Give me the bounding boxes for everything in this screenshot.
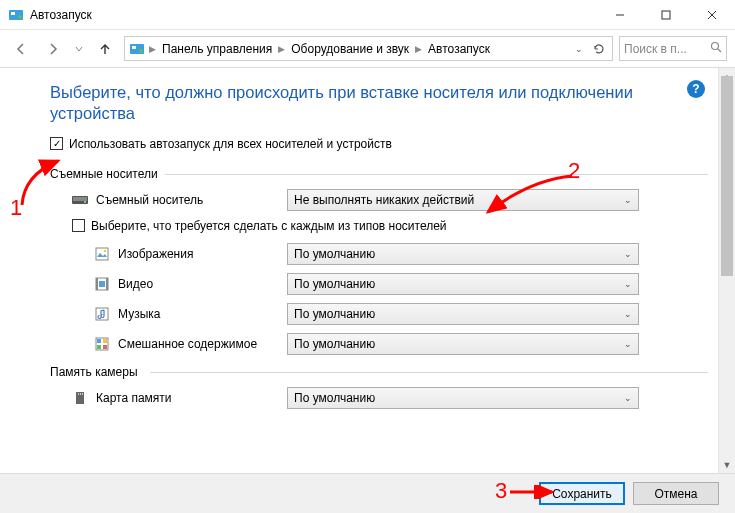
combo-value: По умолчанию (294, 337, 375, 351)
svg-rect-23 (97, 339, 101, 343)
footer: Сохранить Отмена (0, 473, 735, 513)
svg-rect-26 (103, 345, 107, 349)
svg-rect-13 (73, 197, 87, 201)
svg-rect-1 (11, 12, 15, 15)
search-icon (710, 41, 722, 56)
vertical-scrollbar[interactable]: ▲ ▼ (718, 68, 735, 473)
media-type-label: Музыка (118, 307, 160, 321)
navbar: ▶ Панель управления ▶ Оборудование и зву… (0, 30, 735, 68)
memory-card-label: Карта памяти (96, 391, 172, 405)
combo-value: По умолчанию (294, 391, 375, 405)
nav-up-button[interactable] (92, 36, 118, 62)
search-placeholder: Поиск в п... (624, 42, 687, 56)
breadcrumb[interactable]: Оборудование и звук (289, 42, 411, 56)
chevron-down-icon: ⌄ (624, 249, 632, 259)
content-pane: Выберите, что должно происходить при вст… (0, 68, 718, 473)
address-dropdown-button[interactable]: ⌄ (570, 40, 588, 58)
control-panel-icon (129, 41, 145, 57)
nav-forward-button[interactable] (40, 36, 66, 62)
removable-media-legend: Съемные носители (50, 167, 698, 181)
page-title: Выберите, что должно происходить при вст… (50, 82, 670, 125)
camera-storage-legend: Память камеры (50, 365, 698, 379)
maximize-button[interactable] (643, 0, 689, 30)
window-title: Автозапуск (30, 8, 92, 22)
svg-rect-18 (96, 278, 98, 290)
svg-point-9 (139, 49, 143, 53)
video-icon (94, 276, 110, 292)
removable-drive-combo[interactable]: Не выполнять никаких действий ⌄ (287, 189, 639, 211)
music-icon (94, 306, 110, 322)
svg-rect-24 (103, 339, 107, 343)
chevron-down-icon: ⌄ (624, 309, 632, 319)
media-type-label: Смешанное содержимое (118, 337, 257, 351)
nav-back-button[interactable] (8, 36, 34, 62)
refresh-button[interactable] (590, 40, 608, 58)
svg-point-14 (84, 201, 86, 203)
combo-value: По умолчанию (294, 307, 375, 321)
svg-line-11 (718, 49, 721, 52)
music-combo[interactable]: По умолчанию ⌄ (287, 303, 639, 325)
removable-drive-label: Съемный носитель (96, 193, 203, 207)
media-type-label: Изображения (118, 247, 193, 261)
breadcrumb[interactable]: Автозапуск (426, 42, 492, 56)
svg-rect-20 (99, 281, 105, 287)
autoplay-all-checkbox[interactable]: ✓ (50, 137, 63, 150)
help-icon[interactable]: ? (687, 80, 705, 98)
removable-drive-icon (72, 192, 88, 208)
per-type-label: Выберите, что требуется сделать с каждым… (91, 219, 447, 233)
svg-rect-15 (96, 248, 108, 260)
memory-card-combo[interactable]: По умолчанию ⌄ (287, 387, 639, 409)
app-icon (8, 7, 24, 23)
combo-value: По умолчанию (294, 247, 375, 261)
svg-point-10 (712, 43, 719, 50)
chevron-down-icon: ⌄ (624, 195, 632, 205)
video-combo[interactable]: По умолчанию ⌄ (287, 273, 639, 295)
annotation-arrow-2 (480, 170, 580, 220)
breadcrumb[interactable]: Панель управления (160, 42, 274, 56)
svg-rect-29 (82, 393, 83, 395)
scrollbar-thumb[interactable] (721, 76, 733, 276)
svg-rect-28 (80, 393, 81, 395)
svg-rect-4 (662, 11, 670, 19)
titlebar: Автозапуск (0, 0, 735, 30)
autoplay-all-label: Использовать автозапуск для всех носител… (69, 137, 392, 151)
chevron-down-icon: ⌄ (624, 393, 632, 403)
annotation-arrow-1 (18, 155, 66, 210)
media-type-label: Видео (118, 277, 153, 291)
mixed-icon (94, 336, 110, 352)
address-bar[interactable]: ▶ Панель управления ▶ Оборудование и зву… (124, 36, 613, 61)
annotation-3: 3 (495, 478, 507, 504)
combo-value: Не выполнять никаких действий (294, 193, 474, 207)
sdcard-icon (72, 390, 88, 406)
svg-rect-19 (106, 278, 108, 290)
chevron-down-icon: ⌄ (624, 339, 632, 349)
minimize-button[interactable] (597, 0, 643, 30)
scroll-down-icon[interactable]: ▼ (719, 456, 735, 473)
chevron-down-icon: ⌄ (624, 279, 632, 289)
svg-rect-8 (132, 46, 136, 49)
cancel-button[interactable]: Отмена (633, 482, 719, 505)
svg-rect-27 (78, 393, 79, 395)
svg-point-2 (18, 15, 22, 19)
per-type-checkbox[interactable] (72, 219, 85, 232)
chevron-right-icon: ▶ (149, 44, 156, 54)
images-combo[interactable]: По умолчанию ⌄ (287, 243, 639, 265)
nav-history-dropdown[interactable] (72, 36, 86, 62)
annotation-arrow-3 (508, 485, 558, 499)
chevron-right-icon: ▶ (415, 44, 422, 54)
svg-point-16 (104, 250, 106, 252)
mixed-combo[interactable]: По умолчанию ⌄ (287, 333, 639, 355)
search-input[interactable]: Поиск в п... (619, 36, 727, 61)
combo-value: По умолчанию (294, 277, 375, 291)
image-icon (94, 246, 110, 262)
chevron-right-icon: ▶ (278, 44, 285, 54)
close-button[interactable] (689, 0, 735, 30)
svg-rect-25 (97, 345, 101, 349)
